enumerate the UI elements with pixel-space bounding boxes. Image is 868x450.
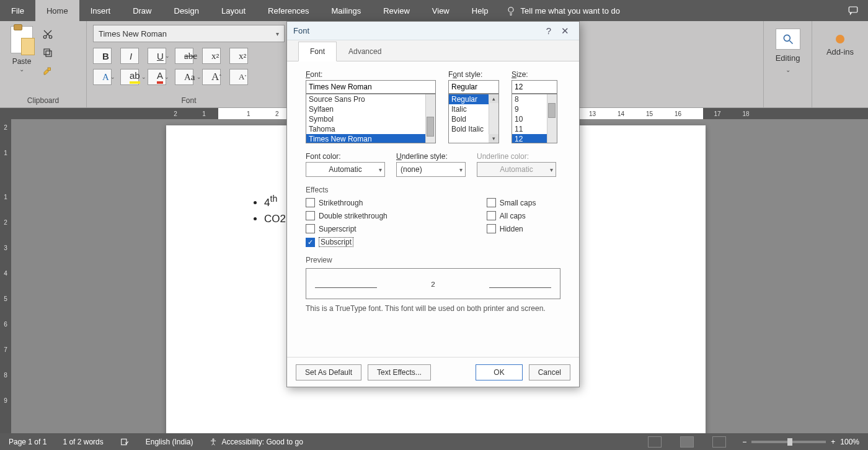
scissors-icon [42,29,53,40]
scrollbar[interactable]: ▴▾ [489,94,498,143]
checkbox-icon [487,211,496,220]
menu-references[interactable]: References [257,0,320,21]
ruler-vertical[interactable]: 21123456789 [0,119,11,433]
zoom-out-button[interactable]: − [742,438,746,446]
shrink-font-button[interactable]: A˅ [229,69,248,85]
menu-file[interactable]: File [0,0,35,21]
checkbox-double-strikethrough[interactable]: Double strikethrough [306,211,388,220]
font-style-input[interactable] [448,80,499,94]
comments-icon[interactable] [847,5,859,16]
copy-button[interactable] [41,46,55,60]
addins-label: Add-ins [826,47,854,56]
menu-view[interactable]: View [421,0,461,21]
list-item[interactable]: Sylfaen [306,104,435,114]
checkbox-superscript[interactable]: Superscript [306,224,388,233]
menu-review[interactable]: Review [372,0,421,21]
cut-button[interactable] [41,27,55,41]
preview-box: 2 [306,268,560,299]
font-listbox[interactable]: Source Sans ProSylfaenSymbolTahomaTimes … [306,94,436,143]
preview-note: This is a TrueType font. This font will … [306,304,560,313]
highlight-button[interactable]: ab⌄ [120,69,139,85]
dialog-title: Font [293,26,309,35]
font-style-listbox[interactable]: RegularItalicBoldBold Italic▴▾ [448,94,499,143]
status-spellcheck-icon[interactable] [120,438,130,446]
ribbon-group-addins: Add-ins [812,21,868,107]
font-name-combo[interactable]: Times New Roman ▾ [93,25,285,42]
status-accessibility[interactable]: Accessibility: Good to go [209,438,303,446]
list-item[interactable]: Times New Roman [306,134,435,143]
effects-label: Effects [306,186,560,194]
menu-mailings[interactable]: Mailings [321,0,373,21]
font-color-button[interactable]: A⌄ [148,69,166,85]
checkbox-all-caps[interactable]: All caps [487,211,536,220]
checkbox-hidden[interactable]: Hidden [487,224,536,233]
menu-help[interactable]: Help [461,0,500,21]
menu-layout[interactable]: Layout [210,0,257,21]
scrollbar[interactable] [547,94,557,143]
checkbox-icon: ✓ [306,238,315,247]
menu-insert[interactable]: Insert [79,0,122,21]
superscript-button[interactable]: x2 [229,48,248,64]
set-default-button[interactable]: Set As Default [296,364,361,380]
checkbox-subscript[interactable]: ✓Subscript [306,237,388,247]
menu-draw[interactable]: Draw [122,0,162,21]
underline-button[interactable]: U⌄ [148,48,166,64]
zoom-in-button[interactable]: + [831,438,835,446]
font-input[interactable] [306,80,436,94]
paste-button[interactable]: Paste ⌄ [6,25,37,81]
underline-style-combo[interactable]: (none)▾ [396,162,466,177]
svg-point-14 [213,438,214,439]
zoom-controls: − + 100% [742,438,859,446]
change-case-button[interactable]: Aa⌄ [175,69,193,85]
size-listbox[interactable]: 89101112 [512,94,557,143]
strikethrough-button[interactable]: abc [175,48,193,64]
preview-sample: 2 [431,280,435,288]
font-style-label: Font style: [448,70,499,79]
lightbulb-icon [506,6,516,16]
view-print-button[interactable] [680,436,694,448]
text-effects-button[interactable]: A⌄ [93,69,112,85]
svg-rect-9 [44,49,50,55]
menu-design[interactable]: Design [163,0,210,21]
dialog-close-button[interactable]: ✕ [557,25,573,37]
checkbox-small-caps[interactable]: Small caps [487,198,536,207]
brush-icon [42,66,53,77]
tab-font[interactable]: Font [298,42,337,61]
accessibility-icon [209,438,218,446]
text-effects-button[interactable]: Text Effects... [368,364,431,380]
addins-button[interactable]: Add-ins [818,25,862,56]
dialog-help-button[interactable]: ? [541,25,557,36]
ok-button[interactable]: OK [476,364,522,380]
list-item[interactable]: Symbol [306,114,435,124]
checkbox-strikethrough[interactable]: Strikethrough [306,198,388,207]
font-label: Font: [306,70,436,79]
list-item[interactable]: Tahoma [306,124,435,134]
tab-advanced[interactable]: Advanced [337,42,393,61]
bold-button[interactable]: B [93,48,112,64]
zoom-slider[interactable] [751,441,826,443]
list-item[interactable]: Source Sans Pro [306,94,435,104]
view-web-button[interactable] [712,436,726,448]
menu-home[interactable]: Home [35,0,79,21]
status-words[interactable]: 1 of 2 words [63,438,103,446]
editing-button[interactable]: Editing ⌄ [770,25,805,73]
grow-font-button[interactable]: A˄ [202,69,221,85]
status-page[interactable]: Page 1 of 1 [9,438,46,446]
underline-color-label: Underline color: [477,152,556,161]
status-language[interactable]: English (India) [146,438,193,446]
size-input[interactable] [512,80,557,94]
font-color-label: Font color: [306,152,385,161]
tell-me-search[interactable]: Tell me what you want to do [506,6,620,16]
italic-button[interactable]: I [120,48,139,64]
cancel-button[interactable]: Cancel [529,364,570,380]
subscript-button[interactable]: x2 [202,48,221,64]
format-painter-button[interactable] [41,65,55,78]
checkbox-icon [487,224,496,233]
dialog-titlebar[interactable]: Font ? ✕ [287,22,579,40]
scrollbar[interactable] [425,94,435,143]
font-color-combo[interactable]: Automatic▾ [306,162,385,177]
svg-rect-8 [46,51,51,56]
view-focus-button[interactable] [648,436,662,448]
tell-me-label: Tell me what you want to do [521,6,620,16]
zoom-value[interactable]: 100% [840,438,859,446]
